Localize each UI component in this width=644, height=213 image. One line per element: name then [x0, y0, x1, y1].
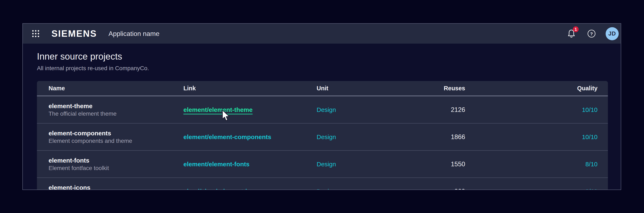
table-body: element-theme The official element theme…	[37, 96, 608, 190]
project-link-cell: element/element-theme	[184, 106, 316, 113]
project-link[interactable]: simpl/simpl-element-icons	[184, 188, 262, 190]
project-name: element-theme	[48, 102, 184, 110]
table-row: element-theme The official element theme…	[37, 96, 608, 124]
unit-link[interactable]: Design	[316, 161, 336, 167]
notifications-button[interactable]: 1	[568, 29, 575, 38]
project-link[interactable]: element/element-fonts	[184, 161, 250, 167]
project-unit-cell: Design	[316, 133, 404, 141]
project-link-cell: simpl/simpl-element-icons	[184, 188, 316, 190]
project-link-cell: element/element-fonts	[184, 161, 316, 168]
unit-link[interactable]: Design	[316, 188, 336, 190]
project-quality-cell: 9/10	[465, 188, 598, 190]
notification-count-badge: 1	[573, 26, 579, 32]
project-quality-cell: 10/10	[465, 133, 598, 141]
quality-link[interactable]: 9/10	[586, 188, 598, 190]
project-name: element-components	[48, 130, 184, 137]
project-reuses: 1550	[404, 160, 465, 168]
column-header-unit: Unit	[316, 85, 404, 92]
apps-launcher-button[interactable]	[31, 29, 41, 39]
project-name-cell: element-components Element components an…	[48, 130, 184, 144]
quality-link[interactable]: 8/10	[586, 161, 598, 167]
page-subtitle: All internal projects re-used in Company…	[37, 65, 621, 72]
quality-link[interactable]: 10/10	[582, 133, 598, 140]
help-question-icon: ?	[587, 30, 596, 38]
project-reuses: 2126	[404, 106, 465, 114]
column-header-reuses: Reuses	[404, 85, 465, 92]
user-avatar[interactable]: JD	[606, 27, 619, 40]
page-content: Inner source projects All internal proje…	[23, 44, 621, 190]
project-link[interactable]: element/element-theme	[184, 106, 252, 113]
project-reuses: 1866	[404, 133, 465, 141]
table-header-row: Name Link Unit Reuses Quality	[37, 81, 608, 96]
project-link-cell: element/element-components	[184, 133, 316, 141]
column-header-name: Name	[48, 85, 184, 92]
project-name-cell: element-fonts Element fontface toolkit	[48, 157, 184, 171]
brand-logo[interactable]: SIEMENS	[52, 29, 97, 39]
project-description: Element fontface toolkit	[48, 165, 184, 171]
desktop-background: SIEMENS Application name 1 ? JD	[0, 0, 644, 213]
project-reuses: 909	[404, 188, 465, 190]
project-name: element-icons	[48, 184, 184, 190]
svg-text:?: ?	[590, 31, 593, 36]
unit-link[interactable]: Design	[316, 133, 336, 140]
column-header-link: Link	[184, 85, 316, 92]
project-unit-cell: Design	[316, 106, 404, 113]
project-name-cell: element-icons	[48, 184, 184, 190]
column-header-quality: Quality	[465, 85, 598, 92]
app-window: SIEMENS Application name 1 ? JD	[22, 23, 621, 190]
header-actions: 1 ? JD	[568, 27, 619, 40]
project-unit-cell: Design	[316, 161, 404, 168]
quality-link[interactable]: 10/10	[582, 106, 598, 113]
project-quality-cell: 10/10	[465, 106, 598, 113]
projects-table: Name Link Unit Reuses Quality element-th…	[37, 81, 608, 190]
project-description: The official element theme	[48, 110, 184, 117]
apps-grid-icon	[32, 30, 40, 38]
project-name-cell: element-theme The official element theme	[48, 102, 184, 117]
project-unit-cell: Design	[316, 188, 404, 190]
project-link[interactable]: element/element-components	[184, 133, 271, 140]
project-name: element-fonts	[48, 157, 184, 164]
application-name: Application name	[108, 30, 159, 38]
table-row: element-components Element components an…	[37, 124, 608, 151]
project-description: Element components and theme	[48, 137, 184, 144]
unit-link[interactable]: Design	[316, 106, 336, 113]
table-row: element-fonts Element fontface toolkit e…	[37, 151, 608, 178]
table-row: element-icons simpl/simpl-element-icons …	[37, 178, 608, 190]
page-title: Inner source projects	[37, 51, 621, 62]
help-button[interactable]: ?	[587, 30, 596, 38]
app-header: SIEMENS Application name 1 ? JD	[23, 24, 621, 44]
project-quality-cell: 8/10	[465, 161, 598, 168]
